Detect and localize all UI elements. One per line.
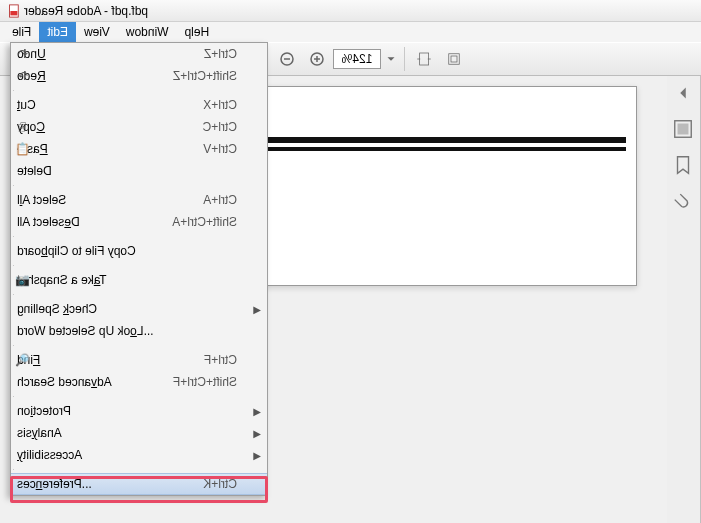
menu-separator [13,294,14,295]
attachments-icon[interactable] [673,190,695,212]
zoom-in-icon[interactable] [303,45,331,73]
menu-cut[interactable]: CutCtrl+X [11,94,267,116]
bookmark-icon[interactable] [673,154,695,176]
svg-rect-12 [420,53,429,65]
menu-edit[interactable]: Edit [39,22,76,42]
submenu-arrow-icon: ◀ [253,406,261,417]
menu-analysis[interactable]: Analysis◀ [11,422,267,444]
redo-icon: ↷ [15,69,31,83]
paste-icon: 📋 [15,142,31,156]
svg-rect-1 [10,11,17,15]
title-bar: pdf.pdf - Adobe Reader [0,0,701,22]
menu-file[interactable]: File [4,22,39,42]
menu-select-all[interactable]: Select AllCtrl+A [11,189,267,211]
menu-separator [13,236,14,237]
menu-copy[interactable]: ⎘CopyCtrl+C [11,116,267,138]
undo-icon: ↶ [15,47,31,61]
menu-redo[interactable]: ↷RedoShift+Ctrl+Z [11,65,267,87]
fit-page-icon[interactable] [440,45,468,73]
menu-copy-file[interactable]: Copy File to Clipboard [11,240,267,262]
fit-width-icon[interactable] [410,45,438,73]
menu-help[interactable]: Help [177,22,218,42]
menu-view[interactable]: View [76,22,118,42]
pdf-icon [6,4,20,18]
menu-separator [13,469,14,470]
menu-preferences[interactable]: Preferences...Ctrl+K [11,473,267,495]
menu-separator [13,396,14,397]
svg-rect-13 [449,54,460,65]
side-panel [667,76,701,523]
menu-delete[interactable]: Delete [11,160,267,182]
camera-icon: 📷 [15,273,31,287]
zoom-input[interactable] [333,49,381,69]
expand-panel-icon[interactable] [673,82,695,104]
menu-check-spelling[interactable]: Check Spelling◀ [11,298,267,320]
menu-advanced-search[interactable]: Advanced SearchShift+Ctrl+F [11,371,267,393]
thumbnails-icon[interactable] [673,118,695,140]
svg-rect-16 [678,124,689,135]
search-icon: 🔍 [15,353,31,367]
menu-accessibility[interactable]: Accessibility◀ [11,444,267,466]
menu-separator [13,90,14,91]
zoom-dropdown-icon[interactable] [383,45,399,73]
svg-rect-14 [451,56,457,62]
menu-find[interactable]: 🔍FindCtrl+F [11,349,267,371]
menu-deselect-all[interactable]: Deselect AllShift+Ctrl+A [11,211,267,233]
submenu-arrow-icon: ◀ [253,428,261,439]
window-title: pdf.pdf - Adobe Reader [24,4,148,18]
zoom-out-icon[interactable] [273,45,301,73]
copy-icon: ⎘ [15,120,31,134]
menu-undo[interactable]: ↶UUndondoCtrl+Z [11,43,267,65]
menu-bar: File Edit View Window Help [0,22,701,42]
menu-paste[interactable]: 📋PasteCtrl+V [11,138,267,160]
edit-menu-dropdown: ↶UUndondoCtrl+Z ↷RedoShift+Ctrl+Z CutCtr… [10,42,268,496]
menu-snapshot[interactable]: 📷Take a Snapshot [11,269,267,291]
submenu-arrow-icon: ◀ [253,450,261,461]
menu-separator [13,185,14,186]
menu-lookup[interactable]: Look Up Selected Word... [11,320,267,342]
menu-window[interactable]: Window [118,22,177,42]
menu-separator [13,345,14,346]
submenu-arrow-icon: ◀ [253,304,261,315]
separator [404,47,405,71]
menu-separator [13,265,14,266]
menu-protection[interactable]: Protection◀ [11,400,267,422]
